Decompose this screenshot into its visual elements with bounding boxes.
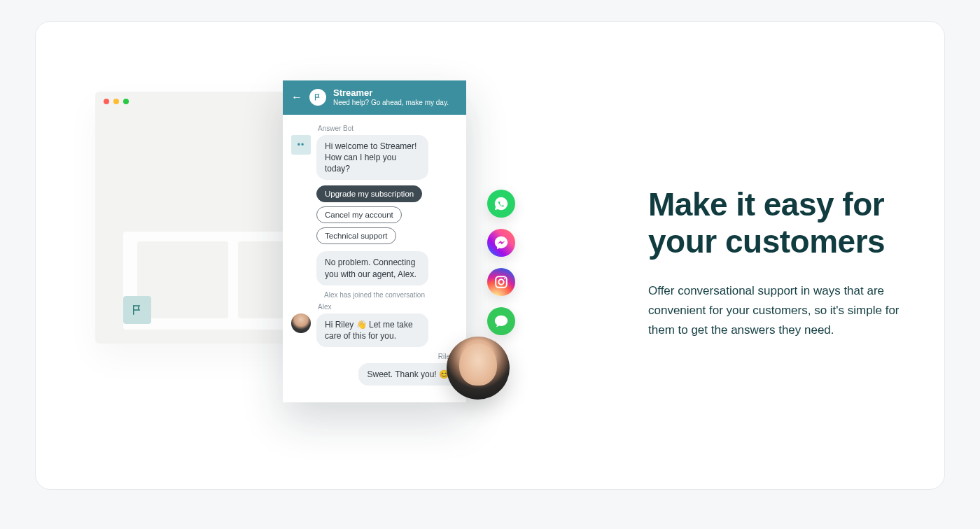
chat-subtitle: Need help? Go ahead, make my day. bbox=[333, 99, 449, 108]
customer-avatar bbox=[447, 337, 510, 400]
window-traffic-lights bbox=[104, 99, 129, 104]
bot-message-row: No problem. Connecting you with our agen… bbox=[291, 251, 458, 285]
whatsapp-icon[interactable] bbox=[487, 190, 515, 218]
text-column: Make it easy for your customers Offer co… bbox=[648, 186, 928, 340]
agent-message: Hi Riley 👋 Let me take care of this for … bbox=[316, 313, 428, 347]
maximize-dot-icon bbox=[123, 99, 129, 104]
brand-flag-icon bbox=[123, 296, 151, 324]
option-upgrade[interactable]: Upgrade my subscription bbox=[316, 185, 422, 202]
chat-widget: ← Streamer Need help? Go ahead, make my … bbox=[283, 80, 466, 402]
feature-card: ← Streamer Need help? Go ahead, make my … bbox=[35, 21, 945, 490]
chat-body: Answer Bot •• Hi welcome to Streamer! Ho… bbox=[283, 115, 466, 403]
imessage-icon[interactable] bbox=[487, 307, 515, 335]
minimize-dot-icon bbox=[113, 99, 119, 104]
user-message-row: Sweet. Thank you! 😊 bbox=[291, 363, 458, 386]
chat-brand-logo bbox=[309, 89, 326, 106]
agent-avatar bbox=[291, 313, 311, 333]
bot-message: Hi welcome to Streamer! How can I help y… bbox=[316, 135, 428, 181]
user-message: Sweet. Thank you! 😊 bbox=[358, 363, 458, 386]
sender-label: Answer Bot bbox=[318, 125, 458, 132]
svg-point-2 bbox=[504, 278, 505, 279]
agent-message-row: Hi Riley 👋 Let me take care of this for … bbox=[291, 313, 458, 347]
social-channels bbox=[487, 190, 515, 335]
quick-reply-options: Upgrade my subscription Cancel my accoun… bbox=[316, 185, 458, 244]
bot-message-row: •• Hi welcome to Streamer! How can I hel… bbox=[291, 135, 458, 181]
svg-point-1 bbox=[498, 279, 503, 284]
svg-rect-0 bbox=[496, 276, 507, 288]
option-cancel[interactable]: Cancel my account bbox=[316, 206, 402, 223]
illustration-area: ← Streamer Need help? Go ahead, make my … bbox=[95, 92, 557, 421]
sender-label: Riley bbox=[291, 353, 454, 360]
chat-header: ← Streamer Need help? Go ahead, make my … bbox=[283, 80, 466, 115]
headline: Make it easy for your customers bbox=[648, 186, 928, 260]
chat-title: Streamer bbox=[333, 87, 449, 99]
option-support[interactable]: Technical support bbox=[316, 227, 396, 244]
sender-label: Alex bbox=[318, 303, 458, 311]
close-dot-icon bbox=[104, 99, 109, 104]
back-arrow-icon[interactable]: ← bbox=[291, 91, 302, 104]
bot-avatar-icon: •• bbox=[291, 135, 311, 155]
instagram-icon[interactable] bbox=[487, 268, 515, 296]
messenger-icon[interactable] bbox=[487, 229, 515, 257]
bot-connecting-message: No problem. Connecting you with our agen… bbox=[316, 251, 428, 285]
system-join-message: Alex has joined the conversation bbox=[291, 291, 458, 299]
subtext: Offer conversational support in ways tha… bbox=[648, 281, 928, 340]
